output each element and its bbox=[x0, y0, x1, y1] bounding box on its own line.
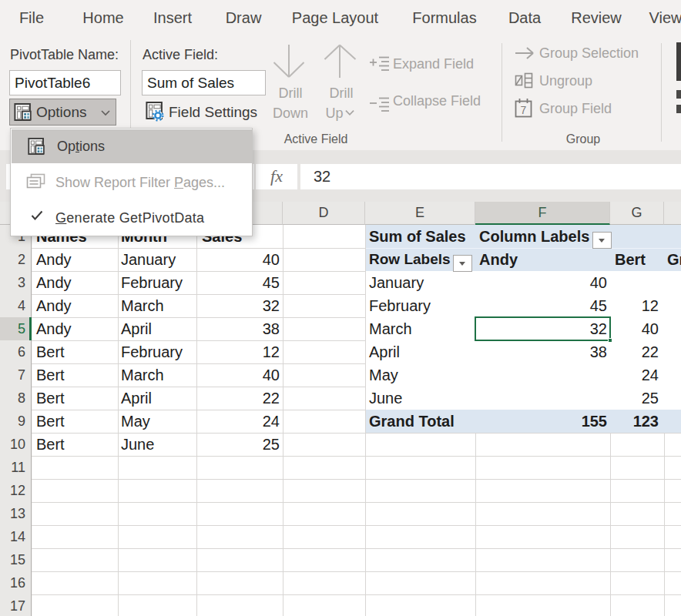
svg-text:7: 7 bbox=[521, 104, 527, 116]
